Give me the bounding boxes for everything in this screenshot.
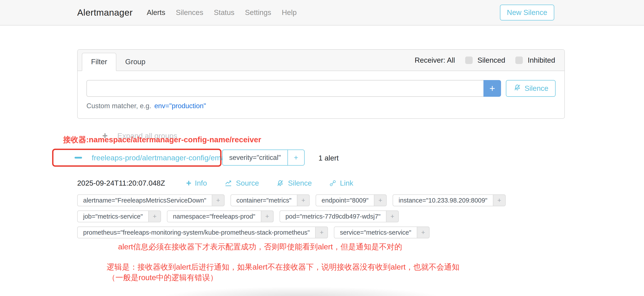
alert-timestamp: 2025-09-24T11:20:07.048Z xyxy=(77,179,165,187)
bell-slash-icon xyxy=(276,179,284,187)
add-filter-plus-icon[interactable]: + xyxy=(386,210,399,222)
add-filter-plus-icon[interactable]: + xyxy=(297,194,310,206)
app-brand: Alertmanager xyxy=(77,8,133,18)
checkbox-silenced[interactable] xyxy=(465,56,473,64)
label-value[interactable]: instance="10.233.98.209:8009" xyxy=(392,194,493,206)
checkbox-inhibited[interactable] xyxy=(515,56,523,64)
silence-button[interactable]: Silence xyxy=(506,80,556,97)
annotation-logic-note: 逻辑是：接收器收到alert后进行通知，如果alert不在接收器下，说明接收器没… xyxy=(107,262,460,272)
navbar-links: AlertsSilencesStatusSettingsHelp xyxy=(147,8,297,17)
hint-text: Custom matcher, e.g. xyxy=(86,102,151,110)
label-value[interactable]: container="metrics" xyxy=(230,194,297,206)
group-matcher-label[interactable]: severity="critical" xyxy=(222,150,288,166)
action-label: Silence xyxy=(288,179,312,187)
receiver-filter[interactable]: Receiver: All xyxy=(414,56,455,64)
alert-label-tag: endpoint="8009"+ xyxy=(316,194,387,206)
filter-panel-body: + Silence Custom matcher, e.g. env="prod… xyxy=(78,71,564,110)
toggle-label: Silenced xyxy=(478,56,506,64)
alert-label-tag: instance="10.233.98.209:8009"+ xyxy=(392,194,506,206)
add-filter-plus-icon[interactable]: + xyxy=(417,226,430,238)
bottom-shadow xyxy=(123,284,480,296)
alert-action-source[interactable]: Source xyxy=(224,178,259,188)
hint-example-link[interactable]: env="production" xyxy=(154,102,206,110)
label-row: job="metrics-service"+namespace="freelea… xyxy=(77,210,506,222)
filter-toggle-inhibited: Inhibited xyxy=(515,56,555,64)
annotation-config-note: alert信息必须在接收器下才表示配置成功，否则即使能看到alert，但是通知是… xyxy=(118,242,402,252)
alert-label-tag: container="metrics"+ xyxy=(230,194,310,206)
collapse-group-minus-icon[interactable] xyxy=(74,157,82,158)
alert-action-silence[interactable]: Silence xyxy=(276,178,312,188)
chart-icon xyxy=(224,179,232,187)
tab-group[interactable]: Group xyxy=(116,53,154,70)
tab-filter[interactable]: Filter xyxy=(82,53,116,71)
alert-label-tag: namespace="freeleaps-prod"+ xyxy=(167,210,274,222)
label-value[interactable]: job="metrics-service" xyxy=(77,210,149,222)
label-value[interactable]: alertname="FreeleapsMetricsServiceDown" xyxy=(77,194,212,206)
add-filter-plus-icon[interactable]: + xyxy=(493,194,506,206)
matcher-hint: Custom matcher, e.g. env="production" xyxy=(86,102,556,110)
matcher-input[interactable] xyxy=(86,80,484,97)
alert-meta-row: 2025-09-24T11:20:07.048Z +InfoSourceSile… xyxy=(77,178,370,188)
alert-action-link[interactable]: Link xyxy=(329,178,354,188)
action-label: Link xyxy=(340,179,354,187)
annotation-route-note: （一般是route中的逻辑有错误） xyxy=(108,272,218,283)
new-silence-button[interactable]: New Silence xyxy=(500,4,554,20)
add-filter-plus-icon[interactable]: + xyxy=(212,194,224,206)
filter-panel-header: Filter Group Receiver: All SilencedInhib… xyxy=(78,50,564,71)
nav-link-status[interactable]: Status xyxy=(214,8,234,17)
add-filter-plus-icon[interactable]: + xyxy=(316,226,328,238)
label-value[interactable]: pod="metrics-77d9cdb497-wdsj7" xyxy=(280,210,386,222)
label-row: prometheus="freeleaps-monitoring-system/… xyxy=(77,226,506,238)
nav-link-help[interactable]: Help xyxy=(282,8,297,17)
label-value[interactable]: service="metrics-service" xyxy=(334,226,417,238)
alert-action-info[interactable]: +Info xyxy=(186,178,207,188)
add-filter-plus-icon[interactable]: + xyxy=(374,194,387,206)
action-label: Info xyxy=(195,179,207,187)
add-matcher-button[interactable]: + xyxy=(484,80,501,97)
annotation-highlight-box: freeleaps-prod/alertmanager-config/email xyxy=(52,149,222,167)
bell-slash-icon xyxy=(513,83,522,94)
plus-icon: + xyxy=(186,178,191,188)
filter-options: Receiver: All SilencedInhibited xyxy=(414,56,555,64)
alert-label-tag: job="metrics-service"+ xyxy=(77,210,161,222)
link-icon xyxy=(329,180,336,187)
label-value[interactable]: prometheus="freeleaps-monitoring-system/… xyxy=(77,226,316,238)
nav-link-settings[interactable]: Settings xyxy=(245,8,271,17)
alert-label-tag: prometheus="freeleaps-monitoring-system/… xyxy=(77,226,328,238)
silence-button-label: Silence xyxy=(524,84,548,92)
label-row: alertname="FreeleapsMetricsServiceDown"+… xyxy=(77,194,506,206)
alert-labels: alertname="FreeleapsMetricsServiceDown"+… xyxy=(77,194,506,238)
group-receiver-name[interactable]: freeleaps-prod/alertmanager-config/email xyxy=(92,154,228,162)
alert-label-tag: alertname="FreeleapsMetricsServiceDown"+ xyxy=(77,194,224,206)
matcher-row: + Silence xyxy=(86,80,556,97)
add-filter-plus-icon[interactable]: + xyxy=(149,210,161,222)
filter-toggle-silenced: Silenced xyxy=(465,56,506,64)
filter-toggles: SilencedInhibited xyxy=(465,56,555,64)
annotation-receiver-note: 接收器:namespace/altermanager-config-name/r… xyxy=(63,134,261,145)
alert-label-tag: service="metrics-service"+ xyxy=(334,226,429,238)
filter-panel: Filter Group Receiver: All SilencedInhib… xyxy=(77,49,565,119)
group-matcher-tag: severity="critical" + xyxy=(222,150,304,166)
add-group-matcher-icon[interactable]: + xyxy=(288,150,304,166)
nav-link-silences[interactable]: Silences xyxy=(176,8,203,17)
app-navbar: Alertmanager AlertsSilencesStatusSetting… xyxy=(0,0,644,26)
action-label: Source xyxy=(236,179,259,187)
label-value[interactable]: endpoint="8009" xyxy=(316,194,374,206)
alert-actions: +InfoSourceSilenceLink xyxy=(186,178,370,188)
nav-link-alerts[interactable]: Alerts xyxy=(147,8,165,17)
alert-label-tag: pod="metrics-77d9cdb497-wdsj7"+ xyxy=(280,210,399,222)
label-value[interactable]: namespace="freeleaps-prod" xyxy=(167,210,261,222)
add-filter-plus-icon[interactable]: + xyxy=(261,210,274,222)
toggle-label: Inhibited xyxy=(528,56,555,64)
alert-count: 1 alert xyxy=(318,154,339,162)
